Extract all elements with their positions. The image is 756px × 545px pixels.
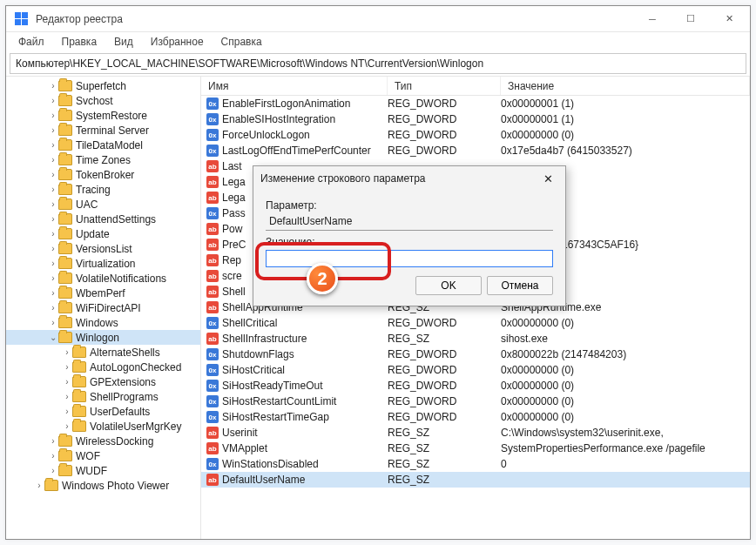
chevron-right-icon[interactable]: › — [48, 111, 58, 120]
tree-item[interactable]: ›TokenBroker — [6, 167, 200, 182]
chevron-right-icon[interactable]: › — [48, 96, 58, 105]
close-button[interactable]: ✕ — [710, 6, 748, 32]
minimize-button[interactable]: ─ — [633, 6, 672, 32]
table-row[interactable]: 0xShutdownFlagsREG_DWORD0x8000022b (2147… — [201, 347, 750, 362]
tree-item[interactable]: ›Update — [6, 226, 200, 241]
folder-icon — [58, 302, 72, 313]
chevron-down-icon[interactable]: ⌄ — [48, 333, 58, 342]
chevron-right-icon[interactable]: › — [34, 481, 44, 490]
cancel-button[interactable]: Отмена — [487, 276, 553, 295]
menu-favorites[interactable]: Избранное — [144, 34, 211, 50]
tree-item[interactable]: ›WirelessDocking — [6, 434, 200, 448]
col-value[interactable]: Значение — [501, 77, 750, 95]
chevron-right-icon[interactable]: › — [48, 288, 58, 298]
chevron-right-icon[interactable]: › — [48, 199, 58, 209]
tree-item[interactable]: ⌄Winlogon — [6, 330, 200, 345]
tree-item[interactable]: ›WOF — [6, 448, 200, 463]
table-row[interactable]: 0xSiHostReadyTimeOutREG_DWORD0x00000000 … — [201, 378, 750, 394]
tree-item[interactable]: ›UAC — [6, 197, 200, 212]
chevron-right-icon[interactable]: › — [48, 273, 58, 283]
chevron-right-icon[interactable]: › — [48, 170, 58, 179]
reg-sz-icon: ab — [206, 442, 219, 454]
chevron-right-icon[interactable]: › — [48, 451, 58, 461]
chevron-right-icon[interactable]: › — [48, 125, 58, 135]
tree-item[interactable]: ›VersionsList — [6, 241, 200, 256]
chevron-right-icon[interactable]: › — [62, 407, 72, 416]
reg-sz-icon: ab — [206, 176, 219, 188]
tree-item[interactable]: ›Windows Photo Viewer — [6, 478, 200, 493]
table-row[interactable]: 0xSiHostRestartTimeGapREG_DWORD0x0000000… — [201, 409, 750, 425]
tree-item[interactable]: ›AlternateShells — [6, 345, 200, 360]
ok-button[interactable]: OK — [415, 276, 482, 295]
table-row[interactable]: abShellInfrastructureREG_SZsihost.exe — [201, 331, 750, 347]
table-row[interactable]: 0xWinStationsDisabledREG_SZ0 — [201, 456, 750, 472]
cell-name: abUserinit — [206, 427, 388, 439]
menu-help[interactable]: Справка — [214, 34, 269, 50]
chevron-right-icon[interactable]: › — [48, 303, 58, 313]
tree-item[interactable]: ›VolatileNotifications — [6, 271, 200, 286]
tree-item[interactable]: ›Svchost — [6, 93, 200, 108]
tree-item[interactable]: ›Virtualization — [6, 256, 200, 271]
table-row[interactable]: abUserinitREG_SZC:\Windows\system32\user… — [201, 425, 750, 441]
chevron-right-icon[interactable]: › — [62, 377, 72, 387]
chevron-right-icon[interactable]: › — [48, 229, 58, 239]
tree-pane[interactable]: ›Superfetch›Svchost›SystemRestore›Termin… — [6, 77, 201, 539]
tree-item[interactable]: ›UserDefaults — [6, 404, 200, 419]
chevron-right-icon[interactable]: › — [48, 140, 58, 150]
table-row[interactable]: 0xSiHostCriticalREG_DWORD0x00000000 (0) — [201, 362, 750, 378]
tree-item[interactable]: ›Terminal Server — [6, 123, 200, 138]
menu-file[interactable]: Файл — [11, 34, 51, 50]
tree-item[interactable]: ›Time Zones — [6, 152, 200, 167]
table-row[interactable]: 0xSiHostRestartCountLimitREG_DWORD0x0000… — [201, 394, 750, 409]
cell-name: abDefaultUserName — [206, 474, 388, 486]
tree-item[interactable]: ›Tracing — [6, 182, 200, 197]
tree-item[interactable]: ›SystemRestore — [6, 108, 200, 123]
table-row[interactable]: 0xEnableFirstLogonAnimationREG_DWORD0x00… — [201, 96, 750, 111]
tree-item[interactable]: ›ShellPrograms — [6, 389, 200, 404]
cell-name: abShellInfrastructure — [206, 333, 388, 345]
chevron-right-icon[interactable]: › — [48, 436, 58, 446]
table-row[interactable]: abDefaultUserNameREG_SZ — [201, 472, 750, 488]
table-row[interactable]: 0xForceUnlockLogonREG_DWORD0x00000000 (0… — [201, 127, 750, 143]
chevron-right-icon[interactable]: › — [48, 81, 58, 91]
tree-item[interactable]: ›GPExtensions — [6, 374, 200, 389]
address-bar[interactable]: Компьютер\HKEY_LOCAL_MACHINE\SOFTWARE\Mi… — [10, 53, 746, 74]
tree-item[interactable]: ›Superfetch — [6, 78, 200, 93]
col-name[interactable]: Имя — [201, 77, 388, 95]
chevron-right-icon[interactable]: › — [62, 392, 72, 401]
tree-item-label: GPExtensions — [90, 376, 156, 388]
chevron-right-icon[interactable]: › — [62, 347, 72, 357]
chevron-right-icon[interactable]: › — [48, 466, 58, 475]
value-input[interactable] — [266, 250, 553, 267]
folder-icon — [58, 154, 72, 165]
chevron-right-icon[interactable]: › — [48, 185, 58, 194]
table-row[interactable]: 0xShellCriticalREG_DWORD0x00000000 (0) — [201, 315, 750, 331]
chevron-right-icon[interactable]: › — [48, 214, 58, 224]
col-type[interactable]: Тип — [388, 77, 501, 95]
tree-item[interactable]: ›TileDataModel — [6, 138, 200, 152]
chevron-right-icon[interactable]: › — [48, 155, 58, 165]
table-row[interactable]: abVMAppletREG_SZSystemPropertiesPerforma… — [201, 441, 750, 456]
chevron-right-icon[interactable]: › — [48, 259, 58, 268]
tree-item[interactable]: ›Windows — [6, 315, 200, 330]
values-list[interactable]: 0xEnableFirstLogonAnimationREG_DWORD0x00… — [201, 96, 750, 539]
tree-item[interactable]: ›WiFiDirectAPI — [6, 300, 200, 315]
tree-item[interactable]: ›AutoLogonChecked — [6, 360, 200, 374]
value-name: PreC — [222, 239, 246, 251]
tree-item[interactable]: ›UnattendSettings — [6, 212, 200, 226]
menubar: Файл Правка Вид Избранное Справка — [6, 32, 750, 51]
chevron-right-icon[interactable]: › — [48, 318, 58, 327]
tree-item[interactable]: ›WUDF — [6, 463, 200, 478]
reg-dword-icon: 0x — [206, 380, 219, 392]
table-row[interactable]: 0xLastLogOffEndTimePerfCounterREG_DWORD0… — [201, 143, 750, 158]
dialog-close-icon[interactable]: ✕ — [537, 172, 558, 185]
maximize-button[interactable]: ☐ — [672, 6, 710, 32]
chevron-right-icon[interactable]: › — [62, 421, 72, 431]
chevron-right-icon[interactable]: › — [62, 362, 72, 372]
tree-item[interactable]: ›WbemPerf — [6, 286, 200, 300]
menu-view[interactable]: Вид — [107, 34, 140, 50]
menu-edit[interactable]: Правка — [55, 34, 105, 50]
table-row[interactable]: 0xEnableSIHostIntegrationREG_DWORD0x0000… — [201, 111, 750, 127]
tree-item[interactable]: ›VolatileUserMgrKey — [6, 419, 200, 434]
chevron-right-icon[interactable]: › — [48, 244, 58, 253]
